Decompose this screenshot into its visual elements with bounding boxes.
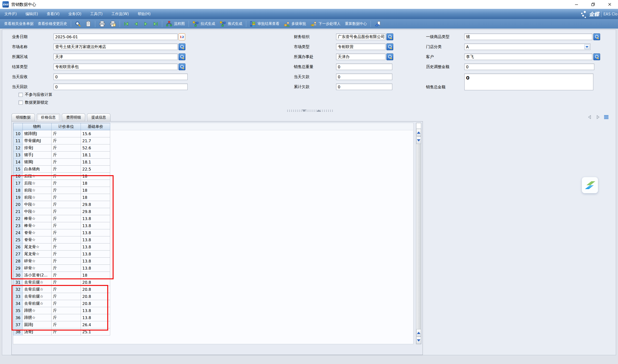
row-number-cell[interactable]: 26 [14, 244, 23, 250]
row-number-cell[interactable]: 15 [14, 166, 23, 173]
base-price-cell[interactable]: 13.8 [81, 236, 110, 244]
base-price-cell[interactable]: 18 [81, 194, 110, 201]
material-cell[interactable]: 冻小里脊(2... [23, 272, 52, 279]
base-price-cell[interactable]: 26.4 [81, 321, 110, 328]
unit-cell[interactable]: 斤 [52, 244, 81, 250]
lookup-button[interactable] [386, 43, 393, 50]
unit-cell[interactable]: 斤 [52, 152, 81, 159]
unit-cell[interactable]: 斤 [52, 250, 81, 258]
material-cell[interactable]: 去骨前腿☆ [23, 300, 52, 307]
print-button[interactable] [97, 20, 108, 28]
row-number-cell[interactable]: 12 [14, 144, 23, 152]
view-related-bills-button[interactable]: 查看相关业务单据 [2, 20, 36, 28]
base-price-cell[interactable]: 22.5 [81, 166, 110, 173]
material-cell[interactable]: 中段☆ [23, 201, 52, 208]
unit-cell[interactable]: 斤 [52, 314, 81, 321]
field-input[interactable]: A [464, 44, 591, 50]
tab-price-info[interactable]: 价格信息 [37, 114, 60, 121]
row-number-cell[interactable]: 27 [14, 250, 23, 258]
unit-cell[interactable]: 斤 [52, 328, 81, 336]
row-number-cell[interactable]: 37 [14, 321, 23, 328]
dropdown-button[interactable] [584, 44, 590, 49]
tab-detail-data[interactable]: 明细数据 [12, 114, 35, 121]
floating-assistant-logo[interactable] [582, 177, 598, 193]
base-price-cell[interactable]: 13.8 [81, 265, 110, 272]
unit-cell[interactable]: 斤 [52, 307, 81, 314]
material-cell[interactable]: 带骨腿肉J [23, 137, 52, 144]
unit-header[interactable]: 计价单位 [52, 123, 81, 130]
material-cell[interactable]: 尾龙骨☆ [23, 244, 52, 250]
field-input[interactable]: 2025-06-01 [54, 34, 178, 40]
base-price-cell[interactable]: 20.8 [81, 300, 110, 307]
tab-list-icon[interactable] [604, 115, 608, 119]
field-input[interactable]: 天津 [54, 54, 178, 60]
base-price-cell[interactable]: 20.8 [81, 286, 110, 293]
row-number-cell[interactable]: 31 [14, 279, 23, 286]
row-number-cell[interactable]: 23 [14, 222, 23, 229]
material-cell[interactable]: 去骨后腿☆ [23, 286, 52, 293]
base-price-cell[interactable]: 13.8 [81, 250, 110, 258]
unit-cell[interactable]: 斤 [52, 208, 81, 215]
material-cell[interactable]: 蹄髈☆ [23, 314, 52, 321]
row-number-cell[interactable]: 18 [14, 187, 23, 194]
material-cell[interactable]: 排骨J [23, 144, 52, 152]
row-number-cell[interactable]: 10 [14, 130, 23, 137]
base-price-cell[interactable]: 18.1 [81, 159, 110, 166]
material-cell[interactable]: 后段☆ [23, 180, 52, 187]
material-cell[interactable]: 碎骨☆ [23, 265, 52, 272]
material-cell[interactable]: 尾龙骨☆ [23, 250, 52, 258]
base-price-cell[interactable]: 13.8 [81, 258, 110, 265]
field-input[interactable]: 壹号土猪天津万家塘沽外滩店 [54, 44, 178, 50]
row-number-cell[interactable]: 30 [14, 272, 23, 279]
tab-expense-detail[interactable]: 费用明细 [62, 114, 85, 121]
lookup-button[interactable] [386, 33, 393, 40]
unit-cell[interactable]: 斤 [52, 279, 81, 286]
lookup-button[interactable] [593, 53, 600, 60]
material-cell[interactable]: 蹄髈☆ [23, 307, 52, 314]
base-price-cell[interactable]: 18 [81, 180, 110, 187]
row-number-cell[interactable]: 20 [14, 201, 23, 208]
menu-tools[interactable]: 工具(T) [90, 12, 103, 16]
material-cell[interactable]: 猪蹄髈J [23, 130, 52, 137]
material-cell[interactable]: 猪手J [23, 152, 52, 159]
base-price-cell[interactable]: 20.8 [81, 279, 110, 286]
unit-cell[interactable]: 斤 [52, 321, 81, 328]
row-number-cell[interactable]: 34 [14, 300, 23, 307]
base-price-cell[interactable]: 18 [81, 173, 110, 180]
menu-edit[interactable]: 编辑(E) [25, 12, 38, 16]
exit-button[interactable] [372, 20, 383, 28]
material-cell[interactable]: 圆蹄J [23, 321, 52, 328]
next-record-button[interactable] [141, 20, 151, 28]
field-input[interactable]: 天津办 [336, 54, 385, 60]
field-input[interactable]: 0 [54, 74, 188, 80]
tab-scroll-right-icon[interactable] [596, 115, 600, 119]
lookup-button[interactable] [593, 33, 600, 40]
lookup-button[interactable] [386, 53, 393, 60]
material-cell[interactable]: 棒骨☆ [23, 215, 52, 222]
checkbox[interactable] [19, 101, 23, 105]
material-cell[interactable]: 脊骨☆ [23, 236, 52, 244]
menu-help[interactable]: 帮助(H) [137, 12, 151, 16]
first-record-button[interactable] [121, 20, 131, 28]
material-cell[interactable]: 棒骨☆ [23, 222, 52, 229]
unit-cell[interactable]: 斤 [52, 187, 81, 194]
base-price-cell[interactable]: 15.6 [81, 130, 110, 137]
next-handler-button[interactable]: 下一步处理人 [308, 20, 343, 28]
unit-cell[interactable]: 斤 [52, 222, 81, 229]
material-cell[interactable]: 中段☆ [23, 208, 52, 215]
unit-cell[interactable]: 斤 [52, 265, 81, 272]
row-number-cell[interactable]: 11 [14, 137, 23, 144]
material-cell[interactable]: 前段☆ [23, 194, 52, 201]
field-input[interactable]: 广东壹号食品股份有限公司 [336, 34, 385, 40]
last-record-button[interactable] [151, 20, 161, 28]
row-number-cell[interactable]: 22 [14, 215, 23, 222]
menu-business[interactable]: 业务(O) [69, 12, 82, 16]
unit-cell[interactable]: 斤 [52, 236, 81, 244]
minimize-button[interactable] [568, 0, 585, 9]
row-number-cell[interactable]: 16 [14, 173, 23, 180]
approval-result-button[interactable]: 审批结果查看 [248, 20, 282, 28]
unit-cell[interactable]: 斤 [52, 173, 81, 180]
flowchart-button[interactable]: 流程图 [164, 20, 187, 28]
menu-view[interactable]: 查看(V) [47, 12, 60, 16]
row-number-cell[interactable]: 13 [14, 152, 23, 159]
